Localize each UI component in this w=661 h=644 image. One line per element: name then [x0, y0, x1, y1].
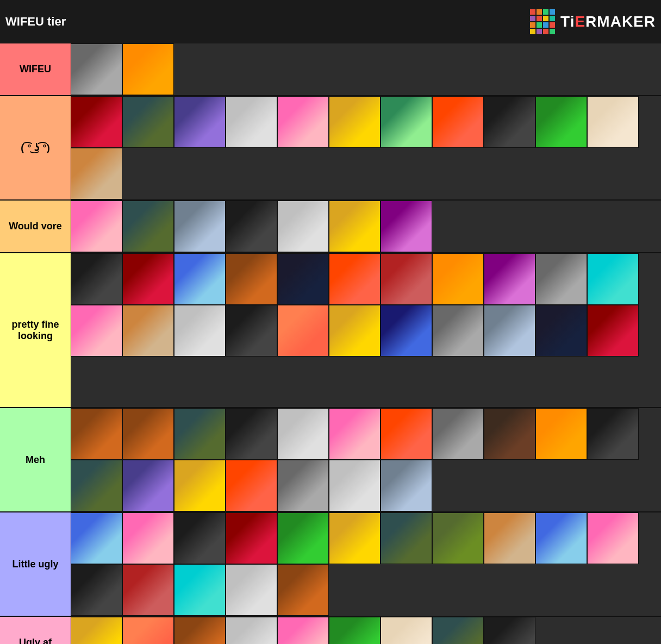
logo-cell: [543, 22, 548, 28]
logo-cell: [530, 9, 535, 15]
list-item: [277, 408, 329, 460]
list-item: [484, 305, 535, 357]
list-item: [71, 617, 122, 644]
list-item: [71, 96, 122, 148]
list-item: [587, 96, 639, 148]
list-item: [432, 96, 484, 148]
logo-cell: [530, 16, 535, 21]
list-item: [329, 305, 381, 357]
list-item: [122, 408, 174, 460]
list-item: [71, 148, 122, 199]
list-item: [381, 201, 432, 252]
tier-content-fine: [71, 253, 661, 407]
list-item: [587, 408, 639, 460]
list-item: [174, 253, 226, 305]
list-item: [381, 305, 432, 357]
list-item: [174, 305, 226, 357]
logo-cell: [537, 16, 542, 21]
tier-content-wifeu: [71, 43, 661, 95]
list-item: [71, 408, 122, 460]
list-item: [484, 96, 535, 148]
logo-cell: [530, 22, 535, 28]
list-item: [122, 96, 174, 148]
logo-grid-icon: [530, 9, 555, 34]
list-item: [174, 201, 226, 252]
list-item: [226, 305, 277, 357]
list-item: [277, 460, 329, 511]
list-item: [122, 305, 174, 357]
list-item: [277, 305, 329, 357]
tier-label-wifeu: WIFEU: [0, 43, 71, 95]
tier-label-meh: Meh: [0, 408, 71, 511]
list-item: [484, 512, 535, 564]
list-item: [277, 201, 329, 252]
tier-label-shrug: ( ͡° ͜ʖ ͡°): [0, 96, 71, 199]
tier-row-fine: pretty fine looking: [0, 253, 661, 408]
list-item: [535, 253, 587, 305]
logo-cell: [537, 9, 542, 15]
tier-row-little-ugly: Little ugly: [0, 512, 661, 617]
list-item: [587, 512, 639, 564]
logo-cell: [550, 9, 555, 15]
list-item: [587, 305, 639, 357]
list-item: [226, 564, 277, 616]
list-item: [122, 43, 174, 95]
list-item: [226, 96, 277, 148]
logo-cell: [543, 16, 548, 21]
list-item: [71, 253, 122, 305]
tier-label-ugly: Ugly af: [0, 617, 71, 644]
list-item: [329, 96, 381, 148]
list-item: [277, 253, 329, 305]
list-item: [587, 253, 639, 305]
list-item: [329, 408, 381, 460]
list-item: [122, 201, 174, 252]
tier-label-fine: pretty fine looking: [0, 253, 71, 407]
tier-content-shrug: [71, 96, 661, 199]
list-item: [432, 305, 484, 357]
list-item: [329, 460, 381, 511]
logo-cell: [550, 29, 555, 34]
list-item: [71, 43, 122, 95]
list-item: [381, 96, 432, 148]
list-item: [432, 253, 484, 305]
list-item: [381, 460, 432, 511]
header: WIFEU tier TiERMAKER: [0, 0, 661, 43]
list-item: [535, 512, 587, 564]
tier-row-meh: Meh: [0, 408, 661, 512]
header-title: WIFEU tier: [5, 15, 66, 29]
list-item: [122, 564, 174, 616]
list-item: [122, 253, 174, 305]
logo-cell: [550, 22, 555, 28]
list-item: [329, 617, 381, 644]
list-item: [277, 564, 329, 616]
list-item: [381, 617, 432, 644]
list-item: [535, 408, 587, 460]
tier-content-little-ugly: [71, 512, 661, 616]
list-item: [122, 512, 174, 564]
tier-row-ugly: Ugly af: [0, 617, 661, 644]
list-item: [174, 96, 226, 148]
list-item: [71, 564, 122, 616]
tiermaker-logo-text: TiERMAKER: [560, 13, 656, 30]
list-item: [174, 564, 226, 616]
list-item: [329, 253, 381, 305]
list-item: [226, 460, 277, 511]
list-item: [432, 408, 484, 460]
list-item: [71, 460, 122, 511]
logo-cell: [537, 22, 542, 28]
list-item: [381, 408, 432, 460]
list-item: [277, 512, 329, 564]
tier-row-shrug: ( ͡° ͜ʖ ͡°): [0, 96, 661, 201]
list-item: [174, 512, 226, 564]
list-item: [174, 460, 226, 511]
list-item: [381, 253, 432, 305]
logo-cell: [543, 29, 548, 34]
list-item: [484, 617, 535, 644]
tier-row-wifeu: WIFEU: [0, 43, 661, 96]
list-item: [535, 96, 587, 148]
list-item: [122, 460, 174, 511]
list-item: [226, 617, 277, 644]
list-item: [122, 617, 174, 644]
logo-cell: [550, 16, 555, 21]
list-item: [484, 253, 535, 305]
